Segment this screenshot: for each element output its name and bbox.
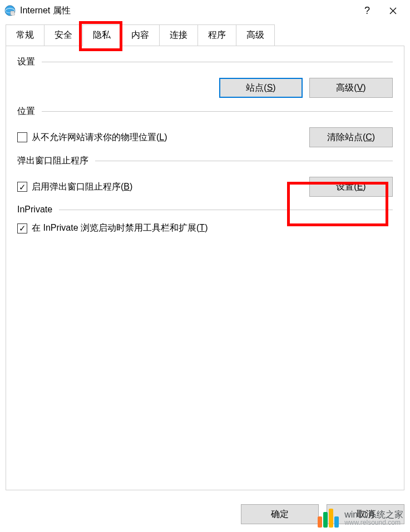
enable-popup-blocker-checkbox[interactable] — [17, 182, 27, 192]
window-title: Internet 属性 — [20, 5, 354, 17]
popset-btn-suffix: ) — [363, 182, 365, 192]
ok-button[interactable]: 确定 — [241, 504, 319, 524]
loc-label-prefix: 从不允许网站请求你的物理位置( — [32, 132, 159, 142]
location-row: 从不允许网站请求你的物理位置(L) 清除站点(C) — [17, 127, 393, 147]
sites-btn-suffix: ) — [273, 83, 275, 93]
enable-popup-blocker-row: 启用弹出窗口阻止程序(B) — [17, 181, 132, 193]
popup-label-prefix: 启用弹出窗口阻止程序( — [32, 182, 124, 191]
disable-toolbars-checkbox[interactable] — [17, 223, 27, 233]
tab-privacy[interactable]: 隐私 — [82, 24, 121, 46]
settings-button-row: 站点(S) 高级(V) — [17, 78, 393, 98]
tab-content-privacy: 设置 站点(S) 高级(V) 位置 — [6, 46, 404, 490]
popup-row: 启用弹出窗口阻止程序(B) 设置(E) — [17, 177, 393, 197]
divider — [59, 210, 393, 210]
clear-btn-prefix: 清除站点( — [327, 132, 365, 143]
disable-toolbars-row: 在 InPrivate 浏览启动时禁用工具栏和扩展(T) — [17, 222, 393, 234]
close-icon — [389, 7, 397, 14]
loc-label-mnemonic: L — [159, 132, 164, 142]
sites-btn-mnemonic: S — [267, 83, 273, 93]
never-allow-location-label: 从不允许网站请求你的物理位置(L) — [32, 132, 167, 143]
inp-label-prefix: 在 InPrivate 浏览启动时禁用工具栏和扩展( — [32, 223, 199, 232]
watermark: win11系统之家 www.relsound.com — [318, 509, 403, 528]
tab-general[interactable]: 常规 — [6, 24, 45, 46]
popup-label-mnemonic: B — [124, 182, 130, 191]
tab-content[interactable]: 内容 — [121, 24, 160, 46]
tab-connections[interactable]: 连接 — [159, 24, 198, 46]
watermark-url: www.relsound.com — [344, 519, 403, 526]
settings-title: 设置 — [17, 56, 35, 68]
adv-btn-prefix: 高级( — [336, 82, 357, 94]
adv-btn-mnemonic: V — [357, 83, 363, 93]
clear-btn-mnemonic: C — [365, 132, 372, 142]
sites-btn-prefix: 站点( — [246, 82, 266, 94]
clear-btn-suffix: ) — [372, 132, 375, 142]
inprivate-row: 在 InPrivate 浏览启动时禁用工具栏和扩展(T) — [17, 222, 393, 234]
divider — [42, 62, 393, 62]
svg-rect-2 — [11, 11, 14, 15]
tab-security[interactable]: 安全 — [44, 24, 83, 46]
popup-title: 弹出窗口阻止程序 — [17, 155, 88, 167]
divider — [42, 111, 393, 112]
help-button[interactable]: ? — [354, 2, 380, 19]
section-inprivate: InPrivate 在 InPrivate 浏览启动时禁用工具栏和扩展(T) — [17, 205, 393, 234]
advanced-button[interactable]: 高级(V) — [309, 78, 393, 98]
sites-button[interactable]: 站点(S) — [219, 78, 303, 98]
section-header-settings: 设置 — [17, 56, 393, 68]
never-allow-location-row: 从不允许网站请求你的物理位置(L) — [17, 132, 167, 143]
watermark-title: win11系统之家 — [344, 510, 403, 520]
close-button[interactable] — [380, 2, 406, 19]
popup-settings-button[interactable]: 设置(E) — [309, 177, 393, 197]
divider — [95, 161, 393, 161]
popset-btn-mnemonic: E — [357, 182, 363, 192]
location-title: 位置 — [17, 106, 35, 117]
disable-toolbars-label: 在 InPrivate 浏览启动时禁用工具栏和扩展(T) — [32, 222, 208, 234]
inp-label-suffix: ) — [205, 223, 208, 232]
popset-btn-prefix: 设置( — [336, 181, 357, 193]
titlebar: Internet 属性 ? — [0, 0, 410, 21]
enable-popup-blocker-label: 启用弹出窗口阻止程序(B) — [32, 181, 132, 193]
section-settings: 设置 站点(S) 高级(V) — [17, 56, 393, 98]
clear-sites-button[interactable]: 清除站点(C) — [309, 127, 393, 147]
never-allow-location-checkbox[interactable] — [17, 132, 27, 142]
loc-label-suffix: ) — [164, 132, 167, 142]
tab-strip: 常规 安全 隐私 内容 连接 程序 高级 — [6, 24, 404, 46]
internet-options-icon — [4, 5, 16, 16]
watermark-text: win11系统之家 www.relsound.com — [344, 510, 403, 527]
tab-programs[interactable]: 程序 — [197, 24, 236, 46]
window-controls: ? — [354, 2, 406, 19]
section-header-inprivate: InPrivate — [17, 205, 393, 215]
section-location: 位置 从不允许网站请求你的物理位置(L) 清除站点(C) — [17, 106, 393, 147]
inprivate-title: InPrivate — [17, 205, 52, 215]
section-header-popup: 弹出窗口阻止程序 — [17, 155, 393, 167]
section-header-location: 位置 — [17, 106, 393, 117]
inp-label-mnemonic: T — [199, 223, 205, 232]
popup-label-suffix: ) — [130, 182, 132, 191]
section-popup: 弹出窗口阻止程序 启用弹出窗口阻止程序(B) 设置(E) — [17, 155, 393, 197]
tab-advanced[interactable]: 高级 — [236, 24, 275, 46]
dialog-body: 常规 安全 隐私 内容 连接 程序 高级 设置 站点(S) 高级(V) — [0, 24, 410, 490]
adv-btn-suffix: ) — [363, 83, 365, 93]
watermark-logo-icon — [318, 509, 339, 528]
